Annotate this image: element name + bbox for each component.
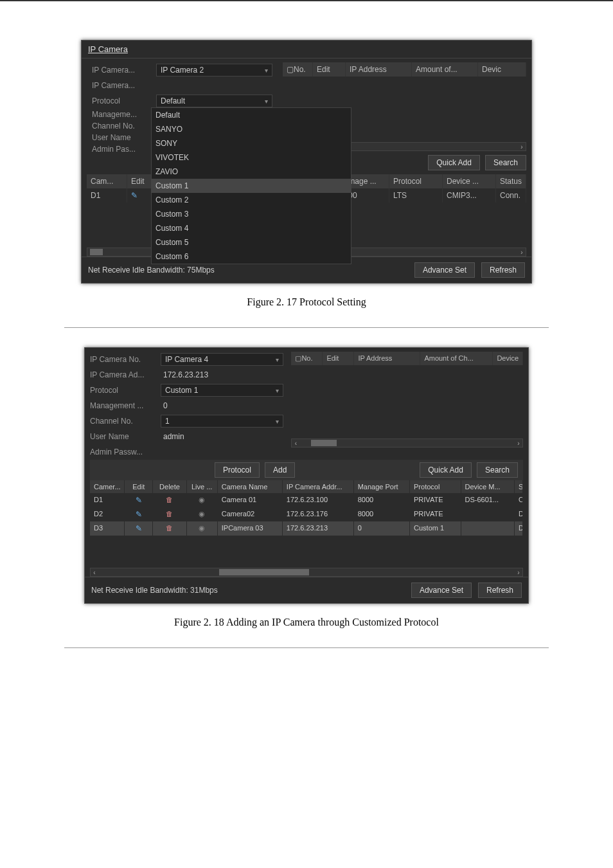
pencil-icon[interactable]: ✎ (136, 510, 142, 519)
ipcamera-select-value: IP Camera 2 (161, 66, 204, 75)
protocol-value: Custom 1 (165, 386, 198, 395)
protocol-dropdown-list: DefaultSANYOSONYVIVOTEKZAVIOCustom 1Cust… (151, 107, 351, 264)
advance-set-button[interactable]: Advance Set (414, 262, 475, 278)
ipcamera-addr-label: IP Camera... (92, 81, 156, 90)
trash-icon[interactable]: 🗑 (166, 496, 173, 503)
advance-set-button[interactable]: Advance Set (411, 583, 472, 598)
protocol-select[interactable]: Default ▾ (156, 95, 272, 107)
management-label: Management ... (90, 401, 161, 410)
ipcamera-addr-label: IP Camera Ad... (90, 370, 161, 379)
channel-label: Channel No. (90, 417, 161, 426)
protocol-option[interactable]: Custom 6 (152, 249, 351, 264)
add-button[interactable]: Add (265, 462, 295, 478)
table-row[interactable]: D3✎🗑◉IPCamera 03172.6.23.2130Custom 1Dis… (90, 521, 523, 536)
ipcamera-addr-input[interactable] (156, 79, 272, 92)
channel-select[interactable]: 1 ▾ (161, 415, 283, 428)
table-row[interactable]: D2✎🗑◉Camera02172.6.23.1768000PRIVATEDisc… (90, 507, 523, 521)
protocol-option[interactable]: Custom 1 (152, 179, 351, 193)
protocol-option[interactable]: Default (152, 108, 351, 122)
scroll-thumb[interactable] (311, 440, 337, 446)
chevron-down-icon: ▾ (276, 387, 279, 394)
manage-label: Manageme... (92, 110, 156, 119)
username-label: User Name (90, 432, 161, 441)
protocol-option[interactable]: Custom 2 (152, 193, 351, 207)
trash-icon[interactable]: 🗑 (166, 524, 173, 532)
pencil-icon[interactable]: ✎ (131, 191, 138, 200)
protocol-select-value: Default (161, 96, 185, 105)
divider (64, 647, 549, 648)
ipcamera-window-fig1: IP Camera IP Camera... IP Camera 2 ▾ IP … (81, 40, 532, 284)
net-bandwidth-text: Net Receive Idle Bandwidth: 31Mbps (91, 586, 218, 595)
figure-caption-1: Figure 2. 17 Protocol Setting (39, 296, 574, 308)
ipcamera-no-value: IP Camera 4 (165, 355, 208, 364)
ipcamera-select[interactable]: IP Camera 2 ▾ (156, 64, 272, 77)
col-cam: Cam... (87, 174, 127, 188)
management-input[interactable] (161, 399, 283, 412)
channel-value: 1 (165, 417, 170, 426)
ipcamera-window-fig2: IP Camera No. IP Camera 4 ▾ IP Camera Ad… (84, 347, 529, 604)
scroll-right-icon[interactable]: › (515, 568, 522, 576)
adminpass-input[interactable] (161, 446, 283, 458)
refresh-button[interactable]: Refresh (478, 583, 522, 598)
scroll-thumb[interactable] (219, 569, 309, 575)
h-scrollbar-grid[interactable]: ‹ › (90, 568, 523, 577)
ipcamera-select-label: IP Camera... (92, 66, 156, 75)
protocol-option[interactable]: ZAVIO (152, 165, 351, 179)
protocol-option[interactable]: Custom 5 (152, 235, 351, 249)
eye-icon[interactable]: ◉ (199, 510, 205, 518)
protocol-option[interactable]: VIVOTEK (152, 150, 351, 165)
protocol-label: Protocol (90, 386, 161, 395)
chevron-down-icon: ▾ (276, 356, 279, 363)
search-button[interactable]: Search (477, 462, 518, 478)
adminpass-label: Admin Pas... (92, 145, 156, 154)
chevron-down-icon: ▾ (265, 98, 268, 105)
adminpass-label: Admin Passw... (90, 448, 161, 457)
protocol-option[interactable]: SONY (152, 136, 351, 150)
scroll-thumb[interactable] (90, 249, 103, 255)
protocol-option[interactable]: Custom 3 (152, 207, 351, 221)
eye-icon[interactable]: ◉ (199, 496, 205, 503)
h-scrollbar[interactable]: ‹ › (291, 439, 523, 448)
cam-id: D1 (87, 188, 127, 203)
protocol-label: Protocol (92, 96, 156, 105)
scroll-left-icon[interactable]: ‹ (292, 439, 299, 447)
window-title: IP Camera (82, 41, 531, 59)
quick-add-button[interactable]: Quick Add (428, 155, 480, 170)
form-panel: IP Camera No. IP Camera 4 ▾ IP Camera Ad… (85, 348, 289, 460)
eye-icon[interactable]: ◉ (199, 524, 205, 532)
protocol-option[interactable]: Custom 4 (152, 221, 351, 235)
ipcamera-no-select[interactable]: IP Camera 4 ▾ (161, 353, 283, 366)
username-input[interactable] (161, 430, 283, 443)
upper-right-header: ▢No. Edit IP Address Amount of... Devic (283, 62, 526, 77)
protocol-select[interactable]: Custom 1 ▾ (161, 384, 283, 397)
protocol-button[interactable]: Protocol (215, 462, 260, 478)
protocol-option[interactable]: SANYO (152, 122, 351, 136)
scroll-right-icon[interactable]: › (518, 143, 526, 150)
ipcamera-addr-input[interactable] (161, 368, 283, 381)
search-button[interactable]: Search (485, 155, 526, 170)
camera-grid-header: Camer... Edit Delete Live ... Camera Nam… (90, 480, 523, 493)
pencil-icon[interactable]: ✎ (136, 496, 142, 505)
scroll-left-icon[interactable]: ‹ (91, 568, 98, 576)
refresh-button[interactable]: Refresh (481, 262, 525, 278)
net-bandwidth-text: Net Receive Idle Bandwidth: 75Mbps (88, 266, 215, 275)
form-panel: IP Camera... IP Camera 2 ▾ IP Camera... … (87, 62, 278, 203)
pencil-icon[interactable]: ✎ (136, 524, 142, 533)
channel-label: Channel No. (92, 122, 156, 131)
trash-icon[interactable]: 🗑 (166, 510, 173, 518)
scroll-right-icon[interactable]: › (518, 248, 526, 256)
upper-right-header: ▢No. Edit IP Address Amount of Ch... Dev… (291, 352, 523, 365)
figure-caption-2: Figure 2. 18 Adding an IP Camera through… (39, 617, 574, 628)
chevron-down-icon: ▾ (276, 418, 279, 425)
chevron-down-icon: ▾ (265, 67, 268, 74)
scroll-right-icon[interactable]: › (515, 439, 522, 447)
quick-add-button[interactable]: Quick Add (420, 462, 472, 478)
username-label: User Name (92, 133, 156, 142)
divider (64, 327, 549, 328)
table-row[interactable]: D1✎🗑◉Camera 01172.6.23.1008000PRIVATEDS-… (90, 493, 523, 507)
ipcamera-no-label: IP Camera No. (90, 355, 161, 364)
